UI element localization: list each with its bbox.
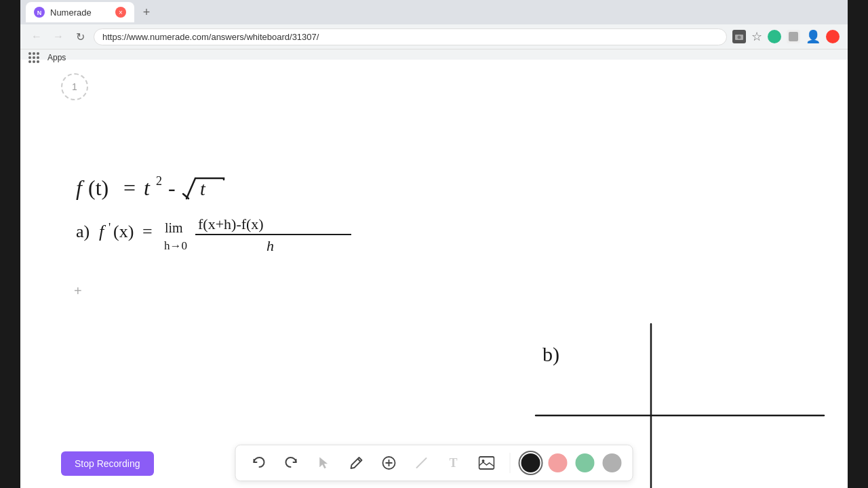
active-tab[interactable]: N Numerade ×: [26, 2, 134, 22]
browser-chrome: N Numerade × + ← → ↻ https://www.numerad…: [20, 0, 848, 60]
tab-close-button[interactable]: ×: [115, 7, 126, 18]
tab-bar: N Numerade × +: [20, 0, 848, 24]
svg-text:-: -: [168, 176, 176, 200]
svg-text:=: =: [142, 222, 153, 241]
svg-text:T: T: [450, 456, 458, 470]
refresh-button[interactable]: ↻: [72, 28, 88, 45]
extensions-icon[interactable]: [787, 30, 800, 43]
color-gray[interactable]: [603, 453, 622, 472]
color-pink[interactable]: [549, 453, 568, 472]
svg-text:(t): (t): [88, 176, 108, 200]
drawing-toolbar: T: [235, 445, 633, 481]
svg-text:': ': [108, 221, 111, 235]
eraser-tool-button[interactable]: [410, 451, 434, 475]
math-content: f (t) = t 2 - t a) f ' (x) = lim: [20, 60, 848, 488]
svg-text:f: f: [76, 176, 85, 200]
svg-text:t: t: [144, 176, 151, 200]
svg-text:lim: lim: [165, 220, 183, 235]
pen-tool-button[interactable]: [344, 451, 369, 475]
svg-text:+: +: [74, 283, 82, 298]
back-button[interactable]: ←: [28, 28, 45, 45]
svg-rect-34: [479, 457, 494, 469]
svg-text:N: N: [37, 9, 42, 16]
color-black[interactable]: [521, 453, 540, 472]
select-tool-button[interactable]: [312, 451, 336, 475]
toolbar-divider: [510, 453, 511, 473]
svg-text:h→0: h→0: [164, 239, 187, 252]
tab-title: Numerade: [50, 7, 92, 18]
user-icon[interactable]: 👤: [806, 29, 821, 44]
svg-text:=: =: [123, 176, 136, 200]
address-bar: ← → ↻ https://www.numerade.com/answers/w…: [20, 24, 848, 49]
browser-icons: ☆ 👤: [732, 29, 840, 44]
svg-text:2: 2: [156, 174, 162, 188]
bookmarks-bar: Apps: [20, 49, 848, 65]
url-bar[interactable]: https://www.numerade.com/answers/whitebo…: [94, 28, 727, 45]
svg-text:a): a): [76, 222, 90, 241]
content-area: 1 f (t) = t 2 - t a) f ' (: [20, 60, 848, 488]
whiteboard-canvas[interactable]: 1 f (t) = t 2 - t a) f ' (: [20, 60, 848, 488]
color-green[interactable]: [576, 453, 595, 472]
recording-indicator: [826, 30, 840, 43]
svg-text:b): b): [542, 343, 559, 366]
bookmark-icon[interactable]: ☆: [751, 29, 762, 44]
tab-favicon: N: [34, 7, 45, 18]
stop-recording-button[interactable]: Stop Recording: [61, 451, 154, 476]
svg-rect-5: [789, 32, 798, 41]
svg-text:f(x+h)-f(x): f(x+h)-f(x): [198, 216, 264, 232]
svg-point-3: [738, 36, 741, 39]
forward-button[interactable]: →: [50, 28, 66, 45]
new-tab-button[interactable]: +: [137, 3, 156, 22]
apps-label[interactable]: Apps: [47, 53, 66, 62]
apps-grid-icon[interactable]: [28, 52, 39, 63]
camera-icon[interactable]: [732, 30, 746, 43]
url-text: https://www.numerade.com/answers/whitebo…: [102, 32, 319, 42]
redo-button[interactable]: [279, 451, 304, 475]
svg-text:t: t: [200, 178, 206, 199]
add-element-button[interactable]: [377, 451, 401, 475]
svg-text:f: f: [99, 222, 106, 241]
svg-point-4: [770, 32, 779, 41]
svg-line-32: [417, 458, 427, 468]
undo-button[interactable]: [247, 451, 271, 475]
svg-text:(x): (x): [113, 222, 134, 241]
image-tool-button[interactable]: [475, 451, 499, 475]
svg-text:h: h: [267, 237, 274, 254]
profile-icon[interactable]: [768, 30, 781, 43]
text-tool-button[interactable]: T: [442, 451, 467, 475]
